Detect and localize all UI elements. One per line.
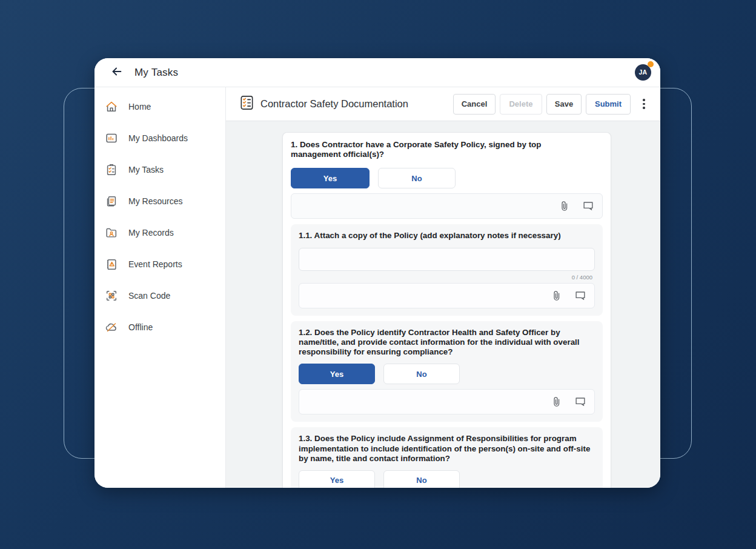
question-1-1: 1.1. Attach a copy of the Policy (add ex… [291,224,603,316]
paperclip-icon[interactable] [558,199,572,213]
records-icon [105,226,118,239]
q1-3-yes-button[interactable]: Yes [299,470,375,488]
form-title: Contractor Safety Documentation [260,98,408,110]
home-icon [105,100,118,113]
sidebar-item-offline[interactable]: Offline [94,311,225,343]
sidebar-item-my-tasks[interactable]: My Tasks [94,154,225,185]
sidebar: Home My Dashboards My Tasks My Resources [94,87,226,488]
sidebar-item-my-records[interactable]: My Records [94,217,225,248]
char-counter: 0 / 4000 [299,274,595,281]
back-arrow-icon [110,65,124,81]
question-text: 1.1. Attach a copy of the Policy (add ex… [299,231,595,241]
main-area: Contractor Safety Documentation Cancel D… [226,87,660,488]
cancel-button[interactable]: Cancel [453,94,496,115]
event-reports-icon [105,258,118,271]
sidebar-item-label: My Dashboards [128,133,188,143]
q1-attachment-row [291,193,603,219]
user-avatar[interactable]: JA [635,64,652,81]
question-text: 1. Does Contractor have a Corporate Safe… [291,140,592,159]
q1-2-yes-button[interactable]: Yes [299,364,375,384]
submit-button[interactable]: Submit [586,94,631,115]
app-window: My Tasks JA Home My Dashboards [94,58,660,488]
dashboards-icon [105,131,118,145]
question-text: 1.3. Does the Policy include Assignment … [299,434,595,463]
q1-no-button[interactable]: No [378,168,456,188]
save-button[interactable]: Save [546,94,582,115]
comment-icon[interactable] [573,289,587,303]
tasks-icon [105,163,118,176]
sidebar-item-my-resources[interactable]: My Resources [94,185,225,217]
sidebar-item-label: Scan Code [128,291,170,301]
question-text: 1.2. Does the Policy identify Contractor… [299,328,595,357]
delete-button: Delete [500,94,542,115]
sidebar-item-label: My Records [128,228,174,238]
offline-icon [105,321,118,334]
sidebar-item-label: Home [128,102,151,111]
q1-2-no-button[interactable]: No [383,364,460,384]
q1-3-no-button[interactable]: No [383,470,460,488]
back-button[interactable] [108,64,126,82]
page-title: My Tasks [134,67,178,79]
kebab-menu-icon[interactable] [636,94,652,115]
q1-yes-button[interactable]: Yes [291,168,370,188]
q1-1-attachment-row [299,283,595,308]
sidebar-item-event-reports[interactable]: Event Reports [94,248,225,280]
sidebar-item-home[interactable]: Home [94,91,225,122]
sidebar-item-scan-code[interactable]: Scan Code [94,280,225,311]
scan-code-icon [105,289,118,302]
paperclip-icon[interactable] [550,289,564,303]
question-1-3: 1.3. Does the Policy include Assignment … [291,427,603,488]
top-bar: My Tasks JA [94,58,660,87]
sidebar-item-label: My Tasks [128,165,164,175]
form-content: 1. Does Contractor have a Corporate Safe… [226,121,660,488]
comment-icon[interactable] [573,395,587,409]
sidebar-item-label: My Resources [128,196,182,206]
q1-1-text-input[interactable] [299,248,595,271]
paperclip-icon[interactable] [550,395,564,409]
question-1: 1. Does Contractor have a Corporate Safe… [291,140,603,219]
comment-icon[interactable] [581,199,595,213]
status-dot [648,61,654,67]
form-card: 1. Does Contractor have a Corporate Safe… [282,132,611,488]
checklist-icon [239,94,255,114]
sidebar-item-my-dashboards[interactable]: My Dashboards [94,122,225,154]
resources-icon [105,195,118,208]
form-toolbar: Contractor Safety Documentation Cancel D… [226,87,660,121]
q1-2-attachment-row [299,389,595,414]
question-1-2: 1.2. Does the Policy identify Contractor… [291,321,603,422]
sidebar-item-label: Event Reports [128,259,182,269]
sidebar-item-label: Offline [128,322,153,332]
